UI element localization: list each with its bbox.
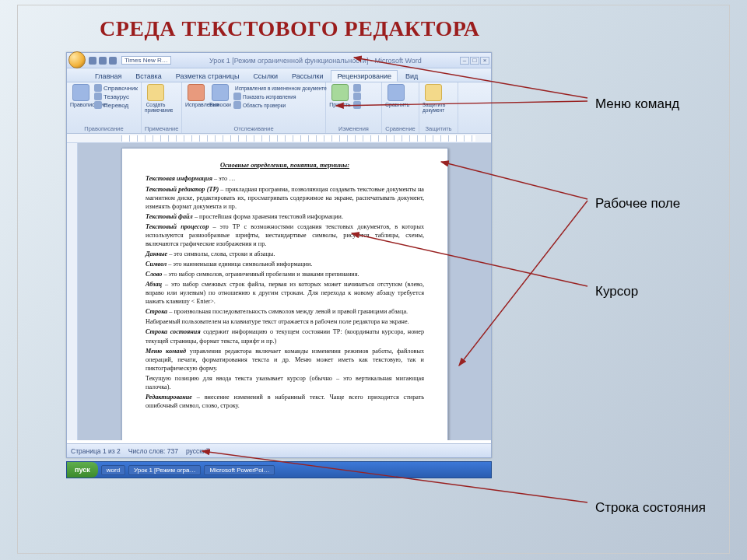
ribbon: Правописание Справочник Тезаурус Перевод…: [67, 82, 491, 134]
status-lang: русский: [186, 447, 210, 455]
horizontal-ruler[interactable]: [67, 134, 491, 143]
taskbar-item[interactable]: word: [101, 465, 125, 475]
spellcheck-button[interactable]: Правописание: [70, 84, 92, 107]
paragraph: Набираемый пользователем на клавиатуре т…: [146, 317, 424, 326]
paragraph: Строка состояния содержит информацию о т…: [146, 327, 424, 345]
document-area[interactable]: Основные определения, понятия, термины: …: [67, 143, 491, 440]
callout-workarea: Рабочее поле: [595, 196, 680, 212]
office-button[interactable]: [68, 51, 86, 68]
maximize-button[interactable]: □: [470, 57, 479, 65]
group-comments: Создать примечание Примечание: [142, 82, 182, 133]
tab-view[interactable]: Вид: [399, 70, 424, 82]
slide-title: СРЕДА ТЕКСТОВОГО РЕДАКТОРА: [100, 16, 480, 41]
next-change-button[interactable]: [353, 101, 361, 109]
redo-icon[interactable]: [109, 57, 117, 65]
paragraph: Редактирование – внесение изменений в на…: [146, 393, 424, 410]
paragraph: Слово – это набор символов, ограниченный…: [146, 270, 424, 278]
paragraph: Строка – произвольная последовательность…: [146, 307, 424, 316]
tab-mailings[interactable]: Рассылки: [286, 70, 329, 82]
start-button[interactable]: пуск: [67, 462, 98, 478]
group-tracking: Исправления Выноски Исправления в измене…: [182, 82, 326, 133]
paragraph: Текстовая информация – это …: [146, 174, 424, 183]
new-comment-button[interactable]: Создать примечание: [145, 84, 167, 113]
page[interactable]: Основные определения, понятия, термины: …: [121, 148, 448, 440]
group-compare: Сравнить Сравнение: [382, 82, 419, 133]
translate-button[interactable]: Перевод: [94, 101, 138, 109]
status-words: Число слов: 737: [128, 447, 178, 455]
balloons-button[interactable]: Выноски: [209, 84, 231, 107]
research-button[interactable]: Справочник: [94, 84, 138, 92]
track-changes-button[interactable]: Исправления: [185, 84, 207, 107]
compare-button[interactable]: Сравнить: [385, 84, 407, 107]
thesaurus-button[interactable]: Тезаурус: [94, 93, 138, 100]
accept-button[interactable]: Принять: [329, 84, 351, 107]
paragraph: Символ – это наименьшая единица символьн…: [146, 260, 424, 268]
paragraph: Меню команд управления редактора включае…: [146, 347, 424, 373]
group-protect: Защитить документ Защитить: [419, 82, 458, 133]
save-icon[interactable]: [89, 57, 96, 65]
callout-menu: Меню команд: [595, 96, 679, 112]
font-selector[interactable]: Times New R…: [121, 56, 171, 65]
callout-cursor: Курсор: [595, 284, 638, 299]
taskbar-item[interactable]: Microsoft PowerPoi…: [204, 465, 275, 475]
review-pane[interactable]: Область проверки: [233, 101, 307, 109]
taskbar-item[interactable]: Урок 1 [Режим огра…: [128, 465, 201, 475]
vertical-ruler[interactable]: [67, 143, 78, 440]
slide-frame: СРЕДА ТЕКСТОВОГО РЕДАКТОРА Times New R… …: [17, 5, 730, 554]
paragraph: Текстовый редактор (ТР) – прикладная про…: [146, 185, 424, 211]
paragraph: Абзац – это набор смежных строк файла, п…: [146, 280, 424, 306]
status-bar[interactable]: Страница 1 из 2 Число слов: 737 русский: [67, 443, 491, 457]
paragraph: Данные – это символы, слова, строки и аб…: [146, 250, 424, 258]
status-page: Страница 1 из 2: [71, 447, 121, 455]
group-proofing: Правописание Справочник Тезаурус Перевод…: [67, 82, 142, 133]
page-heading: Основные определения, понятия, термины:: [146, 161, 424, 170]
ribbon-tabs: Главная Вставка Разметка страницы Ссылки…: [67, 68, 491, 82]
show-markup[interactable]: Показать исправления: [233, 93, 307, 100]
paragraph: Текстовый процессор – это ТР с возможнос…: [146, 222, 424, 248]
protect-button[interactable]: Защитить документ: [423, 84, 444, 113]
tab-review[interactable]: Рецензирование: [331, 70, 398, 82]
paragraph: Текущую позицию для ввода текста указыва…: [146, 374, 424, 391]
tab-home[interactable]: Главная: [89, 70, 128, 82]
paragraph: Текстовый файл – простейшая форма хранен…: [146, 212, 424, 221]
tab-insert[interactable]: Вставка: [129, 70, 167, 82]
callout-statusbar: Строка состояния: [595, 500, 706, 516]
word-window: Times New R… Урок 1 [Режим ограниченной …: [66, 52, 492, 458]
quick-access-toolbar[interactable]: [89, 57, 117, 65]
prev-change-button[interactable]: [353, 93, 361, 100]
close-button[interactable]: ×: [480, 57, 489, 65]
display-for-review[interactable]: Исправления в измененном документе: [233, 84, 307, 92]
reject-button[interactable]: [353, 84, 361, 92]
minimize-button[interactable]: –: [460, 57, 469, 65]
document-title: Урок 1 [Режим ограниченной функционально…: [171, 57, 460, 65]
undo-icon[interactable]: [99, 57, 107, 65]
titlebar: Times New R… Урок 1 [Режим ограниченной …: [67, 53, 491, 68]
tab-layout[interactable]: Разметка страницы: [170, 70, 246, 82]
windows-taskbar[interactable]: пуск word Урок 1 [Режим огра… Microsoft …: [66, 461, 492, 478]
tab-references[interactable]: Ссылки: [247, 70, 284, 82]
group-changes: Принять Изменения: [326, 82, 382, 133]
